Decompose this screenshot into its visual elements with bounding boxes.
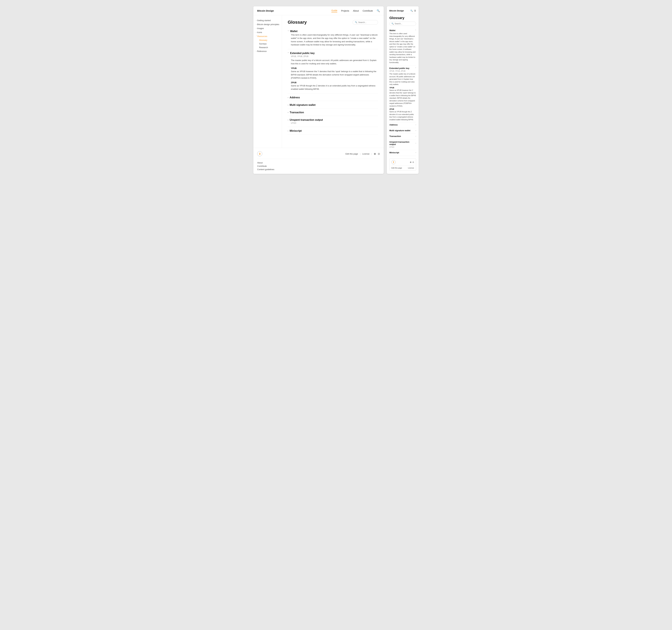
right-footer: ₿ ⊕ ⊙ Edit this page License bbox=[389, 159, 416, 171]
glossary-item-header-transaction[interactable]: › Transaction bbox=[288, 110, 378, 115]
right-sub-term-label: YPUB bbox=[389, 87, 416, 89]
chevron-right-icon: › bbox=[415, 152, 416, 153]
right-glossary-header-unspent-transaction-output[interactable]: Unspent transaction output › bbox=[389, 141, 416, 146]
glossary-item-multi-signature-wallet: › Multi signature wallet bbox=[288, 102, 378, 108]
sidebar-item-icons[interactable]: › Icons bbox=[254, 30, 282, 34]
glossary-aliases: XPUB, YPUB, ZPUB bbox=[291, 55, 378, 57]
right-panel-icons: 🔍 ☰ bbox=[410, 9, 416, 12]
right-glossary-header-miniscript[interactable]: Miniscript › bbox=[389, 151, 416, 154]
glossary-item-header-wallet[interactable]: ˅ Wallet bbox=[288, 29, 378, 33]
right-footer-edit-link[interactable]: Edit this page bbox=[391, 167, 402, 169]
right-glossary-item-multi-signature-wallet: Multi signature wallet › bbox=[389, 128, 416, 134]
sidebar-item-surveys[interactable]: Surveys bbox=[258, 42, 282, 46]
expand-icon: › bbox=[288, 119, 288, 121]
footer-edit-link[interactable]: Edit this page bbox=[345, 153, 358, 155]
right-glossary-description: The master public key of a bitcoin accou… bbox=[389, 73, 416, 86]
footer-nav: About Contribute Content guidelines bbox=[257, 162, 380, 171]
sidebar-sub-resources: Glossary Surveys Research bbox=[254, 38, 282, 49]
right-panel-brand: Bitcoin Design bbox=[389, 9, 404, 12]
nav-about[interactable]: About bbox=[353, 9, 359, 12]
right-glossary-header-wallet[interactable]: Wallet ˅ bbox=[389, 29, 416, 32]
right-panel-navbar: Bitcoin Design 🔍 ☰ bbox=[389, 9, 416, 14]
slack-icon[interactable]: ⊕ bbox=[374, 152, 376, 155]
github-icon[interactable]: ⊙ bbox=[412, 161, 414, 163]
chevron-right-icon: › bbox=[256, 31, 257, 33]
sidebar-item-glossary[interactable]: Glossary bbox=[258, 38, 282, 42]
right-search-input[interactable] bbox=[394, 23, 414, 25]
chevron-down-icon: ˅ bbox=[415, 67, 416, 69]
chevron-right-icon: › bbox=[415, 124, 416, 126]
glossary-item-extended-public-key: ˅ Extended public key XPUB, YPUB, ZPUBTh… bbox=[288, 50, 378, 94]
glossary-item-transaction: › Transaction bbox=[288, 110, 378, 116]
glossary-term-title: Transaction bbox=[290, 111, 304, 114]
sidebar-item-principles[interactable]: › Bitcoin design principles bbox=[254, 22, 282, 26]
search-icon: 🔍 bbox=[391, 23, 394, 25]
sidebar-item-resources[interactable]: ˅ Resources bbox=[254, 34, 282, 38]
search-input[interactable] bbox=[358, 21, 376, 24]
main-layout: › Getting started › Bitcoin design princ… bbox=[254, 15, 384, 148]
right-glossary-header-multi-signature-wallet[interactable]: Multi signature wallet › bbox=[389, 129, 416, 132]
footer-license-link[interactable]: License bbox=[362, 153, 369, 155]
glossary-item-wallet: ˅ Wallet This term is often used interch… bbox=[288, 29, 378, 49]
collapse-icon: ˅ bbox=[288, 52, 289, 54]
nav-guide[interactable]: Guide bbox=[331, 9, 337, 13]
glossary-aliases: UTXO bbox=[291, 122, 378, 124]
content-header: Glossary 🔍 bbox=[288, 20, 378, 25]
glossary-item-header-extended-public-key[interactable]: ˅ Extended public key bbox=[288, 50, 378, 55]
glossary-item-unspent-transaction-output: › Unspent transaction output UTXO bbox=[288, 117, 378, 127]
sidebar-item-label: Icons bbox=[257, 31, 262, 33]
expand-icon: › bbox=[288, 130, 288, 132]
glossary-item-miniscript: › Miniscript bbox=[288, 128, 378, 135]
glossary-term-title: Multi signature wallet bbox=[290, 103, 315, 106]
github-icon[interactable]: ⊙ bbox=[378, 152, 380, 155]
search-icon[interactable]: 🔍 bbox=[410, 9, 413, 12]
chevron-right-icon: › bbox=[256, 50, 257, 52]
sidebar-item-reference[interactable]: › Reference bbox=[254, 49, 282, 53]
chevron-right-icon: › bbox=[256, 27, 257, 29]
right-glossary-aliases: XPUB, YPUB, ZPUB bbox=[389, 70, 416, 72]
right-glossary-term-title: Transaction bbox=[389, 135, 401, 138]
glossary-term-title: Unspent transaction output bbox=[290, 119, 323, 121]
slack-icon[interactable]: ⊕ bbox=[410, 161, 411, 163]
nav-contribute[interactable]: Contribute bbox=[362, 9, 373, 12]
right-footer-top: ₿ ⊕ ⊙ bbox=[391, 160, 414, 166]
right-glossary-header-extended-public-key[interactable]: Extended public key ˅ bbox=[389, 67, 416, 69]
glossary-item-body-wallet: This term is often used interchangeably … bbox=[288, 33, 378, 47]
right-glossary-header-address[interactable]: Address › bbox=[389, 124, 416, 126]
right-search-box[interactable]: 🔍 bbox=[389, 22, 416, 26]
glossary-item-header-miniscript[interactable]: › Miniscript bbox=[288, 128, 378, 133]
sidebar-item-label: Glossary bbox=[259, 39, 267, 41]
right-sub-term-desc: Same as YPUB though the Z denotes it is … bbox=[389, 111, 416, 121]
navbar: Bitcoin Design Guide Projects About Cont… bbox=[254, 6, 384, 15]
footer-guidelines-link[interactable]: Content guidelines bbox=[257, 168, 380, 171]
right-sub-term-label: ZPUB bbox=[389, 108, 416, 110]
search-icon[interactable]: 🔍 bbox=[377, 9, 380, 12]
right-glossary-item-extended-public-key: Extended public key ˅ XPUB, YPUB, ZPUBTh… bbox=[389, 66, 416, 122]
glossary-sub-term-label: ZPUB bbox=[291, 81, 378, 84]
glossary-sub-term: ZPUB Same as YPUB though the Z denotes i… bbox=[291, 81, 378, 91]
menu-icon[interactable]: ☰ bbox=[414, 9, 416, 12]
search-box[interactable]: 🔍 bbox=[353, 20, 378, 25]
right-glossary-term-title: Wallet bbox=[389, 29, 395, 32]
navbar-links: Guide Projects About Contribute 🔍 bbox=[331, 9, 380, 13]
sidebar-item-label: Bitcoin design principles bbox=[257, 23, 279, 26]
right-glossary-term-title: Miniscript bbox=[389, 151, 399, 154]
sidebar-item-images[interactable]: › Images bbox=[254, 26, 282, 30]
right-glossary-item-address: Address › bbox=[389, 122, 416, 128]
nav-projects[interactable]: Projects bbox=[341, 9, 349, 12]
right-sub-term-desc: Same as XPUB however the Y denotes that … bbox=[389, 89, 416, 107]
expand-icon: › bbox=[288, 104, 288, 106]
glossary-term-title: Extended public key bbox=[290, 52, 315, 55]
sidebar-item-getting-started[interactable]: › Getting started bbox=[254, 19, 282, 22]
glossary-item-header-multi-signature-wallet[interactable]: › Multi signature wallet bbox=[288, 102, 378, 107]
glossary-item-header-address[interactable]: › Address bbox=[288, 95, 378, 100]
footer-contribute-link[interactable]: Contribute bbox=[257, 165, 380, 167]
right-glossary-header-transaction[interactable]: Transaction › bbox=[389, 135, 416, 138]
sidebar-item-research[interactable]: Research bbox=[258, 46, 282, 49]
glossary-item-header-unspent-transaction-output[interactable]: › Unspent transaction output bbox=[288, 117, 378, 122]
right-footer-license-link[interactable]: License bbox=[408, 167, 414, 169]
right-footer-logo: ₿ bbox=[391, 160, 395, 164]
sidebar-item-label: Research bbox=[259, 46, 268, 49]
footer-divider: | bbox=[360, 153, 360, 155]
footer-about-link[interactable]: About bbox=[257, 162, 380, 164]
